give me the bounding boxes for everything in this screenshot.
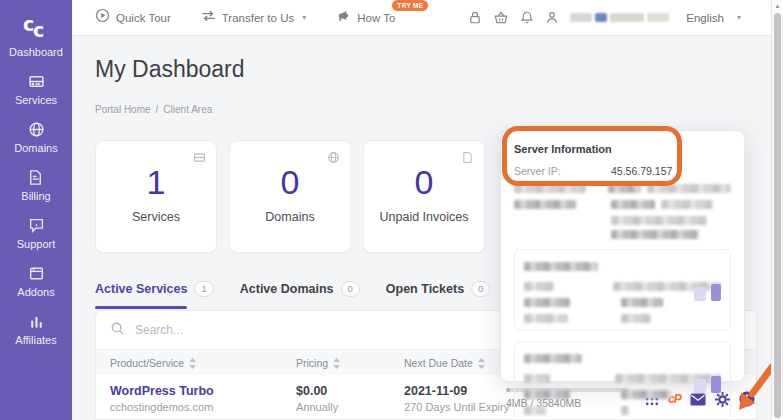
redacted-row xyxy=(524,282,721,291)
info-icon[interactable] xyxy=(739,391,755,407)
svg-text:c: c xyxy=(33,19,44,41)
redacted-row xyxy=(524,298,721,307)
sidebar-item-label: Support xyxy=(17,238,56,250)
column-header-pricing[interactable]: Pricing xyxy=(296,350,340,376)
bar-chart-icon xyxy=(28,313,45,330)
column-label: Pricing xyxy=(296,357,328,369)
sidebar-item-label: Affiliates xyxy=(15,334,56,346)
sidebar-item-affiliates[interactable]: Affiliates xyxy=(15,313,56,346)
server-ip-label: Server IP: xyxy=(514,165,611,177)
globe-icon xyxy=(327,150,340,168)
redacted-section xyxy=(514,249,731,331)
server-ip-value: 45.56.79.157 xyxy=(611,165,672,177)
bell-icon[interactable] xyxy=(520,10,534,25)
transfer-to-us-button[interactable]: Transfer to Us ▾ xyxy=(201,9,306,27)
tab-open-tickets[interactable]: Open Tickets 0 xyxy=(386,281,491,297)
topbar-menu: Quick Tour Transfer to Us ▾ How To xyxy=(95,8,395,27)
server-information-title: Server Information xyxy=(514,143,731,155)
sort-icon[interactable] xyxy=(478,358,485,369)
play-circle-icon xyxy=(95,8,110,27)
product-cell: WordPress Turbo cchostingdemos.com xyxy=(110,384,214,413)
redacted-row xyxy=(514,200,731,209)
stat-card-domains: 0 Domains xyxy=(229,140,351,253)
pricing-cell: $0.00 Annually xyxy=(296,384,338,413)
transfer-icon xyxy=(201,9,216,27)
tab-count-badge: 0 xyxy=(341,281,360,297)
quick-tour-button[interactable]: Quick Tour xyxy=(95,8,171,27)
status-badges xyxy=(694,284,721,301)
sidebar-item-label: Services xyxy=(15,94,57,106)
page-title: My Dashboard xyxy=(95,56,245,83)
stat-card-services: 1 Services xyxy=(95,140,217,253)
product-domain: cchostingdemos.com xyxy=(110,401,214,413)
server-ip-row: Server IP: 45.56.79.157 xyxy=(514,165,731,177)
lock-icon[interactable] xyxy=(468,10,482,25)
sidebar-item-dashboard[interactable]: Dashboard xyxy=(9,46,63,58)
user-icon[interactable] xyxy=(545,10,559,25)
basket-icon[interactable] xyxy=(493,10,509,25)
sidebar-item-domains[interactable]: Domains xyxy=(14,121,57,154)
try-me-badge: TRY ME xyxy=(392,0,428,11)
sidebar-item-services[interactable]: Services xyxy=(15,73,57,106)
redacted-row xyxy=(524,374,721,383)
redacted-row xyxy=(524,314,721,323)
tab-label: Active Domains xyxy=(240,282,334,296)
quick-tour-label: Quick Tour xyxy=(116,12,171,24)
user-name-redacted[interactable] xyxy=(570,13,669,22)
sidebar-item-label: Dashboard xyxy=(9,46,63,58)
due-note: 270 Days Until Expiry xyxy=(404,401,509,413)
status-badge xyxy=(694,287,706,301)
sort-icon[interactable] xyxy=(189,358,196,369)
scroll-up-icon[interactable]: ▲ xyxy=(772,0,783,12)
sidebar-item-billing[interactable]: Billing xyxy=(21,169,50,202)
sidebar-item-label: Billing xyxy=(21,190,50,202)
support-chat-icon xyxy=(28,217,45,234)
server-icon xyxy=(28,73,45,90)
server-information-popup: Server Information Server IP: 45.56.79.1… xyxy=(500,130,745,382)
breadcrumb: Portal Home / Client Area xyxy=(95,104,212,115)
redacted-row xyxy=(514,230,731,239)
redacted-row xyxy=(514,184,731,193)
status-badge xyxy=(711,376,721,393)
sidebar-item-support[interactable]: Support xyxy=(17,217,56,250)
domains-count: 0 xyxy=(230,163,350,202)
cc-hosting-logo-icon[interactable]: c c xyxy=(17,12,55,42)
search-icon xyxy=(110,321,125,340)
sidebar-item-addons[interactable]: Addons xyxy=(17,265,54,298)
column-header-next-due-date[interactable]: Next Due Date xyxy=(404,350,485,376)
tab-label: Open Tickets xyxy=(386,282,464,296)
column-label: Product/Service xyxy=(110,357,184,369)
app-root: c c Dashboard Services Domains xyxy=(0,0,783,420)
tab-active-domains[interactable]: Active Domains 0 xyxy=(240,281,360,297)
status-badge xyxy=(694,379,706,393)
how-to-label: How To xyxy=(357,12,395,24)
globe-icon xyxy=(28,121,45,138)
stat-card-unpaid-invoices: 0 Unpaid Invoices xyxy=(363,140,485,253)
status-badge xyxy=(711,284,721,301)
scrollbar-thumb[interactable] xyxy=(774,13,781,418)
active-tab-underline xyxy=(95,306,187,309)
sidebar: c c Dashboard Services Domains xyxy=(0,0,72,420)
stat-label: Services xyxy=(96,210,216,224)
how-to-button[interactable]: How To TRY ME xyxy=(336,9,395,27)
search-input[interactable] xyxy=(135,323,435,337)
topbar: Quick Tour Transfer to Us ▾ How To xyxy=(72,0,771,36)
stat-label: Domains xyxy=(230,210,350,224)
product-link[interactable]: WordPress Turbo xyxy=(110,384,214,398)
transfer-to-us-label: Transfer to Us xyxy=(222,12,294,24)
language-selector[interactable]: English xyxy=(686,12,724,24)
tab-count-badge: 1 xyxy=(194,281,213,297)
addon-window-icon xyxy=(28,265,45,282)
chevron-down-icon: ▾ xyxy=(302,13,306,22)
tab-active-services[interactable]: Active Services 1 xyxy=(95,281,214,297)
scrollbar[interactable]: ▲ xyxy=(771,0,783,420)
invoice-icon xyxy=(27,169,44,186)
breadcrumb-home[interactable]: Portal Home xyxy=(95,104,151,115)
tab-count-badge: 0 xyxy=(471,281,490,297)
redacted-row xyxy=(524,406,721,415)
due-date-cell: 2021-11-09 270 Days Until Expiry xyxy=(404,384,509,413)
sort-icon[interactable] xyxy=(333,358,340,369)
price: $0.00 xyxy=(296,384,338,398)
chevron-down-icon[interactable]: ▾ xyxy=(737,13,741,22)
column-header-product-service[interactable]: Product/Service xyxy=(110,350,196,376)
